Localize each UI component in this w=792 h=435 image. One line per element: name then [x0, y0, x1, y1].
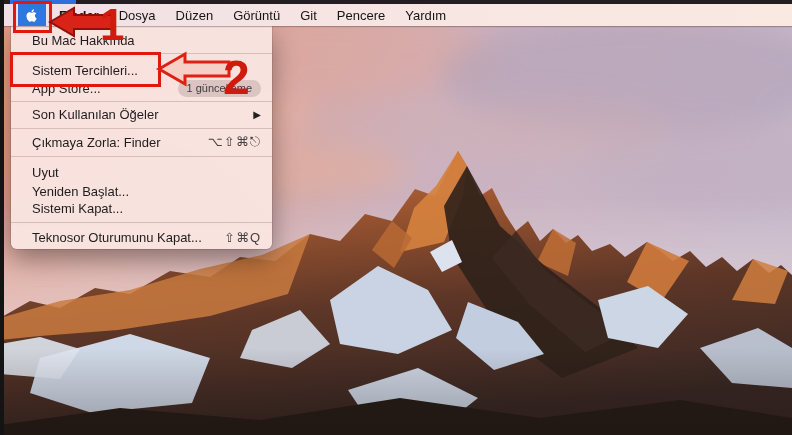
menu-item-label: Teknosor Oturumunu Kapat... — [32, 230, 224, 245]
menu-item-restart[interactable]: Yeniden Başlat... — [11, 182, 272, 200]
menu-item-label: Çıkmaya Zorla: Finder — [32, 135, 208, 150]
keyboard-shortcut: ⌥⇧⌘⎋ — [208, 134, 261, 150]
menu-item-label: Son Kullanılan Öğeler — [32, 107, 253, 122]
left-border-strip — [0, 0, 4, 435]
menu-item-label: Yeniden Başlat... — [32, 184, 261, 199]
annotation-arrow-1: 1 — [48, 2, 128, 44]
menu-separator — [11, 156, 272, 157]
annotation-arrow-2: 2 — [157, 50, 261, 98]
menubar-item-yardim[interactable]: Yardım — [395, 8, 456, 23]
menubar-item-git[interactable]: Git — [290, 8, 327, 23]
menubar-item-pencere[interactable]: Pencere — [327, 8, 395, 23]
menu-item-label: Uyut — [32, 165, 261, 180]
menu-item-label: Sistemi Kapat... — [32, 201, 261, 216]
keyboard-shortcut: ⇧⌘Q — [224, 230, 261, 245]
menubar-item-goruntu[interactable]: Görüntü — [223, 8, 290, 23]
submenu-arrow-icon: ▶ — [253, 109, 261, 120]
annotation-step-number-1: 1 — [100, 0, 124, 49]
menu-item-shut-down[interactable]: Sistemi Kapat... — [11, 199, 272, 217]
menu-separator — [11, 222, 272, 223]
annotation-box-system-preferences — [10, 52, 161, 87]
menu-item-force-quit[interactable]: Çıkmaya Zorla: Finder ⌥⇧⌘⎋ — [11, 133, 272, 151]
menu-item-sleep[interactable]: Uyut — [11, 163, 272, 181]
menu-item-log-out[interactable]: Teknosor Oturumunu Kapat... ⇧⌘Q — [11, 228, 272, 246]
menubar-item-duzen[interactable]: Düzen — [166, 8, 224, 23]
annotation-step-number-2: 2 — [223, 51, 250, 104]
annotation-box-apple-icon — [13, 1, 52, 33]
menu-separator — [11, 128, 272, 129]
menu-item-recent-items[interactable]: Son Kullanılan Öğeler ▶ — [11, 105, 272, 123]
